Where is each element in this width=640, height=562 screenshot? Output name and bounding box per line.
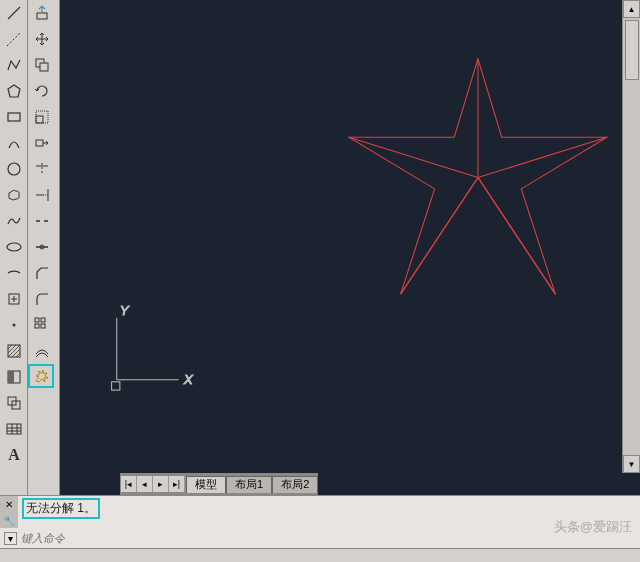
- svg-rect-17: [8, 371, 14, 383]
- trim-tool[interactable]: [29, 157, 55, 181]
- join-tool[interactable]: [29, 235, 55, 259]
- construction-line-tool[interactable]: [1, 27, 27, 51]
- model-tab[interactable]: 模型: [186, 476, 226, 493]
- drawing-canvas[interactable]: X Y ▲ ▼ |◂ ◂ ▸ ▸| 模型 布局1 布局2: [60, 0, 640, 495]
- layout-tabs: |◂ ◂ ▸ ▸| 模型 布局1 布局2: [120, 473, 318, 495]
- svg-rect-41: [41, 318, 45, 322]
- ellipse-arc-tool[interactable]: [1, 261, 27, 285]
- ucs-x-label: X: [183, 372, 194, 387]
- scroll-down-btn[interactable]: ▼: [623, 455, 640, 473]
- chamfer-tool[interactable]: [29, 261, 55, 285]
- svg-line-15: [16, 353, 20, 357]
- svg-line-48: [478, 178, 555, 295]
- svg-rect-51: [112, 382, 120, 390]
- arc-tool[interactable]: [1, 131, 27, 155]
- scale-tool[interactable]: [29, 105, 55, 129]
- svg-rect-25: [37, 13, 47, 19]
- tool-a[interactable]: [29, 1, 55, 25]
- ellipse-tool[interactable]: [1, 235, 27, 259]
- svg-marker-2: [8, 85, 20, 97]
- svg-line-11: [8, 345, 12, 349]
- svg-rect-30: [36, 140, 43, 146]
- extend-tool[interactable]: [29, 183, 55, 207]
- svg-rect-43: [41, 324, 45, 328]
- layout1-tab[interactable]: 布局1: [226, 476, 272, 493]
- svg-rect-40: [35, 318, 39, 322]
- svg-rect-20: [7, 424, 21, 434]
- svg-line-46: [478, 137, 607, 177]
- region-tool[interactable]: [1, 391, 27, 415]
- spline-tool[interactable]: [1, 209, 27, 233]
- watermark: 头条@爱踢汪: [554, 518, 632, 536]
- fillet-tool[interactable]: [29, 287, 55, 311]
- svg-line-12: [8, 345, 16, 353]
- circle-tool[interactable]: [1, 157, 27, 181]
- svg-point-9: [13, 324, 16, 327]
- scroll-thumb[interactable]: [625, 20, 639, 80]
- tab-nav-next[interactable]: ▸: [153, 476, 169, 492]
- line-tool[interactable]: [1, 1, 27, 25]
- insert-block-tool[interactable]: [1, 287, 27, 311]
- svg-point-5: [7, 243, 21, 251]
- svg-line-45: [349, 137, 478, 177]
- svg-rect-42: [35, 324, 39, 328]
- break-tool[interactable]: [29, 209, 55, 233]
- svg-line-47: [401, 178, 478, 295]
- tab-nav-last[interactable]: ▸|: [169, 476, 185, 492]
- cmd-history-icon[interactable]: ▾: [4, 532, 17, 545]
- polyline-tool[interactable]: [1, 53, 27, 77]
- status-bar: [0, 548, 640, 562]
- svg-line-0: [8, 7, 20, 19]
- revision-cloud-tool[interactable]: [1, 183, 27, 207]
- svg-point-4: [8, 163, 20, 175]
- svg-line-14: [12, 349, 20, 357]
- svg-rect-29: [36, 111, 48, 123]
- close-cmd-icon[interactable]: ✕: [5, 499, 13, 510]
- hatch-tool[interactable]: [1, 339, 27, 363]
- offset-tool[interactable]: [29, 339, 55, 363]
- svg-rect-27: [40, 63, 48, 71]
- point-tool[interactable]: [1, 313, 27, 337]
- table-tool[interactable]: [1, 417, 27, 441]
- explode-tool[interactable]: [28, 364, 54, 388]
- tab-nav-prev[interactable]: ◂: [137, 476, 153, 492]
- move-tool[interactable]: [29, 27, 55, 51]
- tab-nav-first[interactable]: |◂: [121, 476, 137, 492]
- gradient-tool[interactable]: [1, 365, 27, 389]
- cmd-tool-icon[interactable]: 🔧: [3, 515, 15, 526]
- svg-rect-28: [36, 116, 43, 123]
- modify-toolbar: [28, 0, 60, 495]
- draw-toolbar: A: [0, 0, 28, 495]
- svg-rect-3: [8, 113, 20, 121]
- copy-tool[interactable]: [29, 53, 55, 77]
- polygon-tool[interactable]: [1, 79, 27, 103]
- svg-line-1: [7, 32, 21, 46]
- text-tool[interactable]: A: [1, 443, 27, 467]
- rectangle-tool[interactable]: [1, 105, 27, 129]
- vertical-scrollbar[interactable]: ▲ ▼: [622, 0, 640, 473]
- command-input[interactable]: [21, 532, 636, 544]
- array-tool[interactable]: [29, 313, 55, 337]
- ucs-y-label: Y: [120, 303, 130, 318]
- scroll-up-btn[interactable]: ▲: [623, 0, 640, 18]
- layout2-tab[interactable]: 布局2: [272, 476, 318, 493]
- stretch-tool[interactable]: [29, 131, 55, 155]
- rotate-tool[interactable]: [29, 79, 55, 103]
